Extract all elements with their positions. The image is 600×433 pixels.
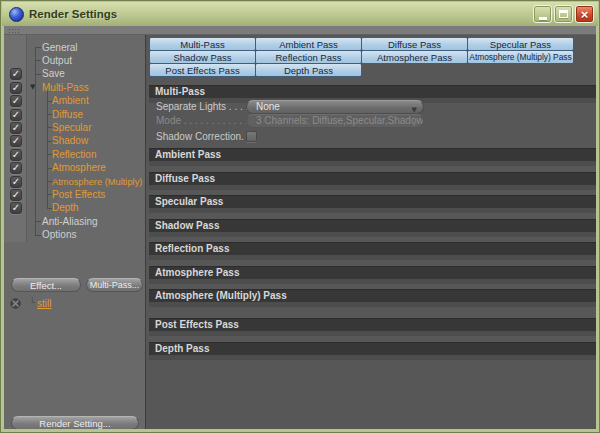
- checkbox-ambient[interactable]: ✓: [10, 95, 22, 107]
- sidebar-item-ambient[interactable]: ✓Ambient: [4, 95, 146, 108]
- close-icon: ×: [581, 8, 589, 21]
- sidebar-item-post-effects[interactable]: ✓Post Effects: [4, 188, 146, 201]
- tab-reflection-pass[interactable]: Reflection Pass: [255, 50, 362, 64]
- tab-post-effects-pass[interactable]: Post Effects Pass: [149, 63, 256, 77]
- tab-label: Shadow Pass: [173, 52, 231, 63]
- sidebar-item-atmosphere-multiply[interactable]: ✓Atmosphere (Multiply): [4, 175, 146, 188]
- checkbox-save[interactable]: ✓: [10, 68, 22, 80]
- dropdown-value: 3 Channels: Diffuse,Specular,Shadow: [256, 115, 424, 126]
- section-header-atmosphere-pass: Atmosphere Pass: [149, 266, 596, 279]
- sidebar-item-general[interactable]: General: [4, 41, 146, 54]
- title-bar[interactable]: Render Settings ×: [2, 2, 598, 26]
- multipass-button[interactable]: Multi-Pass...: [86, 278, 143, 292]
- tree-tick: [35, 60, 41, 61]
- tree-tick: [35, 221, 41, 222]
- sidebar-item-label: Post Effects: [52, 189, 105, 201]
- tab-label: Atmosphere (Multiply) Pass: [469, 52, 571, 62]
- tab-label: Post Effects Pass: [165, 65, 239, 76]
- render-settings-window: Render Settings × General Output ✓Save ✓…: [0, 0, 600, 433]
- toolbar-grip[interactable]: [4, 26, 596, 35]
- check-icon: ✓: [12, 177, 20, 187]
- maximize-icon: [559, 10, 568, 18]
- tab-label: Reflection Pass: [275, 52, 341, 63]
- tab-multi-pass[interactable]: Multi-Pass: [149, 37, 256, 51]
- sidebar-item-atmosphere[interactable]: ✓Atmosphere: [4, 162, 146, 175]
- sidebar-item-label: Specular: [52, 122, 91, 134]
- minimize-button[interactable]: [533, 5, 552, 23]
- sidebar-item-shadow[interactable]: ✓Shadow: [4, 135, 146, 148]
- tab-label: Depth Pass: [284, 65, 333, 76]
- tab-diffuse-pass[interactable]: Diffuse Pass: [361, 37, 468, 51]
- checkbox-atmosphere[interactable]: ✓: [10, 162, 22, 174]
- tab-shadow-pass[interactable]: Shadow Pass: [149, 50, 256, 64]
- separate-lights-dropdown[interactable]: None ▼: [246, 100, 424, 114]
- grip-dots-icon: [8, 28, 21, 34]
- check-icon: ✓: [12, 110, 20, 120]
- tab-ambient-pass[interactable]: Ambient Pass: [255, 37, 362, 51]
- render-setting-button[interactable]: Render Setting...: [11, 416, 139, 429]
- sidebar-item-label: Save: [42, 68, 65, 80]
- tab-specular-pass[interactable]: Specular Pass: [467, 37, 574, 51]
- checkbox-reflection[interactable]: ✓: [10, 149, 22, 161]
- checkbox-post-effects[interactable]: ✓: [10, 189, 22, 201]
- sidebar-item-reflection[interactable]: ✓Reflection: [4, 148, 146, 161]
- sidebar-item-label: General: [42, 42, 78, 54]
- tab-label: Diffuse Pass: [388, 39, 441, 50]
- tab-atmosphere-pass[interactable]: Atmosphere Pass: [361, 50, 468, 64]
- checkbox-depth[interactable]: ✓: [10, 202, 22, 214]
- sidebar-item-depth[interactable]: ✓Depth: [4, 202, 146, 215]
- tree-tick: [35, 74, 41, 75]
- checkbox-specular[interactable]: ✓: [10, 122, 22, 134]
- checkbox-diffuse[interactable]: ✓: [10, 109, 22, 121]
- tab-atmosphere-multiply-pass[interactable]: Atmosphere (Multiply) Pass: [467, 50, 574, 64]
- mode-dropdown: 3 Channels: Diffuse,Specular,Shadow ▼: [246, 114, 424, 128]
- sidebar-item-label: Ambient: [52, 95, 89, 107]
- checkbox-atmosphere-multiply[interactable]: ✓: [10, 176, 22, 188]
- sidebar-item-specular[interactable]: ✓Specular: [4, 121, 146, 134]
- section-header-multi-pass: Multi-Pass: [149, 85, 596, 98]
- close-button[interactable]: ×: [575, 5, 594, 23]
- tree-tick: [35, 235, 41, 236]
- effect-button-label: Effect...: [30, 280, 62, 291]
- field-label: Separate Lights . . . . .: [156, 101, 254, 112]
- chevron-down-icon: ▼: [412, 104, 417, 114]
- field-shadow-correction: Shadow Correction. . .: [149, 130, 596, 144]
- preset-row-still[interactable]: └ still: [4, 297, 146, 311]
- field-mode: Mode . . . . . . . . . . . . . 3 Channel…: [149, 114, 596, 128]
- sidebar-item-multi-pass[interactable]: ✓▼Multi-Pass: [4, 81, 146, 94]
- minimize-icon: [539, 17, 547, 20]
- sidebar-item-label: Output: [42, 55, 72, 67]
- shadow-correction-checkbox[interactable]: [246, 131, 257, 142]
- checkbox-shadow[interactable]: ✓: [10, 135, 22, 147]
- sidebar-item-label: Reflection: [52, 149, 96, 161]
- sidebar-item-label: Diffuse: [52, 109, 83, 121]
- sidebar-item-diffuse[interactable]: ✓Diffuse: [4, 108, 146, 121]
- chevron-down-icon: ▼: [412, 118, 417, 128]
- section-header-depth-pass: Depth Pass: [149, 342, 596, 355]
- sidebar-item-output[interactable]: Output: [4, 54, 146, 67]
- sidebar-item-anti-aliasing[interactable]: Anti-Aliasing: [4, 215, 146, 228]
- check-icon: ✓: [12, 83, 20, 93]
- check-icon: ✓: [12, 123, 20, 133]
- field-label: Mode . . . . . . . . . . . . .: [156, 115, 253, 126]
- preset-label: still: [37, 298, 51, 309]
- tab-label: Multi-Pass: [180, 39, 224, 50]
- effect-button[interactable]: Effect...: [11, 278, 81, 292]
- check-icon: ✓: [12, 150, 20, 160]
- tab-label: Ambient Pass: [279, 39, 338, 50]
- app-sphere-icon: [9, 7, 24, 22]
- check-icon: ✓: [12, 136, 20, 146]
- section-header-ambient-pass: Ambient Pass: [149, 148, 596, 161]
- sidebar-item-save[interactable]: ✓Save: [4, 68, 146, 81]
- sidebar-item-label: Shadow: [52, 135, 88, 147]
- sidebar-item-label: Multi-Pass: [42, 82, 89, 94]
- render-preset-icon: [10, 298, 21, 309]
- checkbox-multi-pass[interactable]: ✓: [10, 82, 22, 94]
- sidebar-item-label: Atmosphere: [52, 162, 106, 174]
- maximize-button[interactable]: [554, 5, 573, 23]
- sidebar-item-options[interactable]: Options: [4, 229, 146, 242]
- expander-icon[interactable]: ▼: [30, 83, 35, 91]
- sidebar-item-label: Anti-Aliasing: [42, 216, 98, 228]
- tab-depth-pass[interactable]: Depth Pass: [255, 63, 362, 77]
- tree-tick: [35, 47, 41, 48]
